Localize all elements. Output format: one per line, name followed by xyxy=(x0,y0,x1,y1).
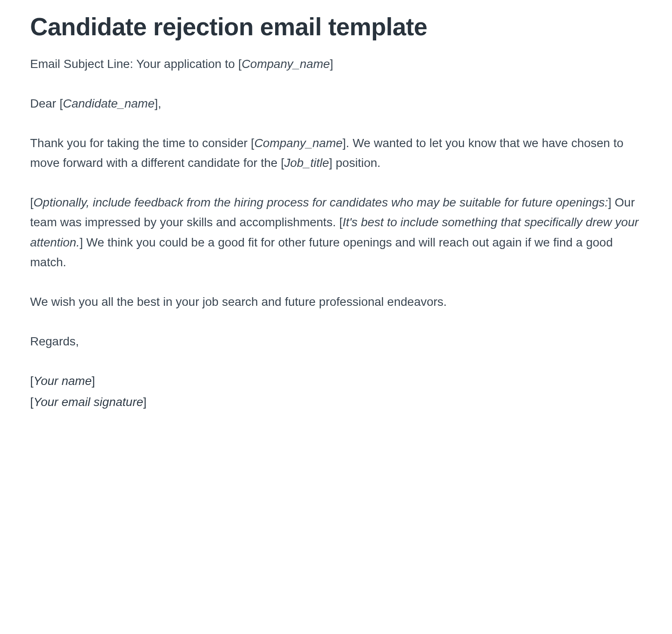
p2-text-1: [ xyxy=(30,196,34,209)
signature-block: [Your name] [Your email signature] xyxy=(30,371,642,412)
placeholder-your-name: Your name xyxy=(34,374,92,388)
subject-prefix: Email Subject Line: Your application to … xyxy=(30,57,242,71)
greeting-suffix: ], xyxy=(155,97,162,110)
p1-text-3: ] position. xyxy=(329,156,380,169)
p2-text-3: ] We think you could be a good fit for o… xyxy=(30,236,613,269)
subject-line: Email Subject Line: Your application to … xyxy=(30,54,642,74)
body-paragraph-2: [Optionally, include feedback from the h… xyxy=(30,193,642,272)
sig-email-prefix: [ xyxy=(30,395,34,409)
sig-email-suffix: ] xyxy=(143,395,147,409)
body-paragraph-3: We wish you all the best in your job sea… xyxy=(30,292,642,312)
greeting-line: Dear [Candidate_name], xyxy=(30,94,642,114)
placeholder-company-name-2: Company_name xyxy=(254,136,342,150)
p1-text-1: Thank you for taking the time to conside… xyxy=(30,136,254,150)
page-title: Candidate rejection email template xyxy=(30,13,642,41)
closing-line: Regards, xyxy=(30,332,642,351)
placeholder-your-email-signature: Your email signature xyxy=(34,395,143,409)
signature-email-line: [Your email signature] xyxy=(30,392,642,412)
sig-name-prefix: [ xyxy=(30,374,34,388)
subject-suffix: ] xyxy=(330,57,333,71)
signature-name-line: [Your name] xyxy=(30,371,642,391)
greeting-prefix: Dear [ xyxy=(30,97,63,110)
placeholder-company-name: Company_name xyxy=(242,57,330,71)
placeholder-job-title: Job_title xyxy=(284,156,329,169)
placeholder-optional-feedback: Optionally, include feedback from the hi… xyxy=(34,196,608,209)
body-paragraph-1: Thank you for taking the time to conside… xyxy=(30,133,642,173)
sig-name-suffix: ] xyxy=(92,374,95,388)
placeholder-candidate-name: Candidate_name xyxy=(63,97,154,110)
